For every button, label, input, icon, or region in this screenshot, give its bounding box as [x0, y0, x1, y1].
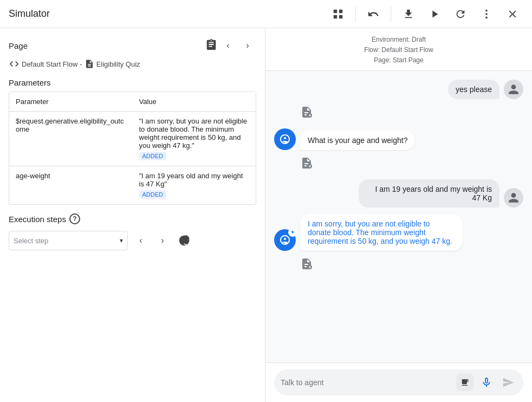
breadcrumb: Default Start Flow - Eligibility Quiz: [9, 59, 256, 69]
execution-steps-header: Execution steps ?: [9, 213, 256, 224]
table-header: Parameter Value: [9, 92, 256, 112]
param-value-1: "I am sorry, but you are not eligible to…: [133, 112, 256, 166]
doc-icon-row-1: [300, 106, 523, 122]
app-header: Simulator: [0, 0, 532, 28]
doc-icon-row-3: [300, 257, 523, 274]
undo-button[interactable]: [362, 3, 384, 25]
chevron-down-icon: ▾: [120, 237, 123, 244]
close-button[interactable]: [502, 3, 523, 25]
exec-target-button[interactable]: [176, 232, 193, 249]
page-section-header: Page ‹ ›: [9, 37, 256, 54]
user-avatar-2: [504, 188, 523, 208]
bot-avatar-gen: ✦: [274, 229, 296, 251]
flow-icon: [9, 59, 20, 69]
doc-icon-1: [300, 106, 313, 122]
download-button[interactable]: [398, 3, 419, 25]
page-nav-icons: ‹ ›: [205, 37, 256, 54]
table-row: $request.generative.eligibility_outcome …: [9, 112, 256, 166]
clipboard-icon: [205, 38, 217, 53]
more-button[interactable]: [476, 3, 497, 25]
user-bubble-1: yes please: [448, 80, 499, 99]
param-value-2: "I am 19 years old and my weight is 47 K…: [133, 166, 256, 204]
env-line3: Page: Start Page: [274, 55, 523, 66]
next-page-button[interactable]: ›: [239, 37, 256, 54]
send-box-button[interactable]: [456, 374, 473, 391]
env-line2: Flow: Default Start Flow: [274, 45, 523, 55]
sparkle-badge: ✦: [288, 228, 297, 237]
bot-bubble-1: What is your age and weight?: [300, 131, 415, 150]
doc-icon-3: [300, 257, 313, 274]
user-avatar-1: [504, 80, 523, 99]
param-name-1: $request.generative.eligibility_outcome: [9, 112, 133, 166]
breadcrumb-flow: Default Start Flow: [22, 60, 77, 68]
svg-rect-2: [334, 15, 337, 18]
grid-icon: [332, 8, 344, 20]
exec-prev-button[interactable]: ‹: [132, 232, 150, 249]
prev-page-button[interactable]: ‹: [219, 37, 237, 54]
microphone-button[interactable]: [478, 374, 495, 391]
added-badge-1: ADDED: [139, 152, 167, 160]
undo-icon: [367, 8, 379, 20]
svg-point-5: [485, 13, 488, 15]
exec-next-button[interactable]: ›: [154, 232, 171, 249]
refresh-icon: [455, 8, 466, 20]
message-row-bot-1: What is your age and weight?: [274, 128, 523, 150]
refresh-button[interactable]: [450, 3, 471, 25]
svg-rect-1: [339, 9, 342, 12]
param-value-text-1: "I am sorry, but you are not eligible to…: [139, 117, 247, 150]
param-value-text-2: "I am 19 years old and my weight is 47 K…: [139, 172, 243, 188]
execution-controls: Select step ▾ ‹ ›: [9, 231, 256, 250]
chat-input[interactable]: [281, 378, 452, 387]
main-layout: Page ‹ › Default Start Flow - Eligibilit…: [0, 28, 532, 402]
help-icon[interactable]: ?: [69, 213, 80, 224]
right-panel: Environment: Draft Flow: Default Start F…: [265, 28, 532, 402]
parameters-title: Parameters: [9, 78, 256, 87]
page-section-title: Page: [9, 41, 28, 50]
chat-input-area: [265, 362, 532, 402]
more-icon: [481, 8, 492, 20]
svg-rect-0: [334, 9, 337, 12]
play-button[interactable]: [424, 3, 445, 25]
svg-rect-3: [339, 15, 342, 18]
parameters-table: Parameter Value $request.generative.elig…: [9, 92, 256, 205]
step-select-placeholder: Select step: [14, 237, 48, 245]
table-row: age-weight "I am 19 years old and my wei…: [9, 166, 256, 204]
env-line1: Environment: Draft: [274, 35, 523, 45]
user-bubble-2: I am 19 years old and my weight is 47 Kg: [359, 179, 499, 208]
send-button[interactable]: [499, 374, 517, 391]
download-icon: [403, 8, 414, 20]
param-name-2: age-weight: [9, 166, 133, 204]
bot-bubble-generative: I am sorry, but you are not eligible to …: [300, 214, 463, 251]
added-badge-2: ADDED: [139, 190, 167, 199]
page-icon: [85, 59, 94, 69]
left-panel: Page ‹ › Default Start Flow - Eligibilit…: [0, 28, 265, 402]
play-icon: [429, 8, 440, 20]
breadcrumb-page: Eligibility Quiz: [96, 60, 140, 68]
header-divider-1: [355, 7, 356, 22]
header-divider-2: [391, 7, 391, 22]
doc-icon-2: [300, 157, 313, 173]
message-row-user-1: yes please: [274, 80, 523, 99]
breadcrumb-separator: -: [80, 60, 82, 68]
doc-icon-row-2: [300, 157, 523, 173]
message-row-user-2: I am 19 years old and my weight is 47 Kg: [274, 179, 523, 208]
bot-avatar-1: [274, 128, 296, 150]
svg-point-6: [485, 16, 488, 18]
svg-point-4: [485, 9, 488, 11]
col-header-value: Value: [133, 92, 256, 111]
col-header-parameter: Parameter: [9, 92, 133, 111]
step-select[interactable]: Select step ▾: [9, 231, 128, 250]
chat-input-container: [274, 369, 523, 395]
message-row-bot-generative: ✦ I am sorry, but you are not eligible t…: [274, 214, 523, 251]
app-title: Simulator: [9, 8, 327, 20]
env-info: Environment: Draft Flow: Default Start F…: [265, 28, 532, 71]
close-icon: [507, 8, 518, 20]
target-icon: [178, 235, 190, 247]
chat-area: yes please What is your age and weight?: [265, 71, 532, 362]
execution-steps-title: Execution steps: [9, 215, 66, 224]
grid-icon-button[interactable]: [327, 3, 349, 25]
header-icon-group: [327, 3, 523, 25]
